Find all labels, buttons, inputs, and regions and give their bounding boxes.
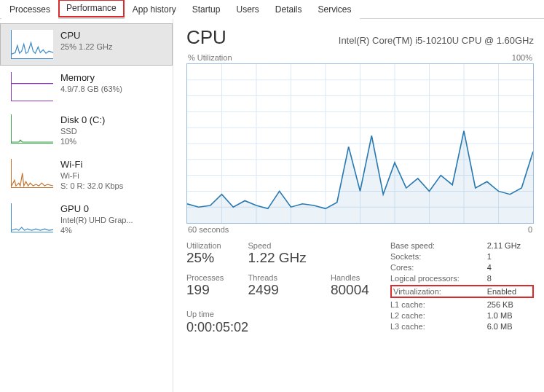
sidebar-item-wifi[interactable]: Wi-Fi Wi-Fi S: 0 R: 32.0 Kbps <box>0 152 173 197</box>
sidebar-item-sub2: S: 0 R: 32.0 Kbps <box>60 181 123 190</box>
threads-label: Threads <box>248 273 313 282</box>
logical-processors-label: Logical processors: <box>390 274 473 283</box>
cpu-model: Intel(R) Core(TM) i5-10210U CPU @ 1.60GH… <box>339 35 534 46</box>
sidebar-item-cpu[interactable]: CPU 25% 1.22 GHz <box>0 23 173 66</box>
sidebar-item-memory[interactable]: Memory 4.9/7.8 GB (63%) <box>0 66 173 108</box>
speed-label: Speed <box>248 241 313 250</box>
graph-x-left: 60 seconds <box>188 225 229 234</box>
graph-x-right: 0 <box>528 225 532 234</box>
tab-services[interactable]: Services <box>310 1 360 19</box>
sidebar-item-label: Disk 0 (C:) <box>60 114 105 125</box>
cores-value: 4 <box>487 263 534 272</box>
cores-label: Cores: <box>390 263 473 272</box>
disk-spark-icon <box>11 114 53 144</box>
processes-value: 199 <box>186 282 231 298</box>
virtualization-row: Virtualization: Enabled <box>390 285 534 298</box>
tab-processes[interactable]: Processes <box>1 1 58 19</box>
logical-processors-value: 8 <box>487 274 534 283</box>
virtualization-label: Virtualization: <box>393 287 473 296</box>
processes-label: Processes <box>186 273 231 282</box>
threads-value: 2499 <box>248 282 313 298</box>
sidebar-item-label: GPU 0 <box>60 203 133 214</box>
cpu-spark-icon <box>11 30 53 59</box>
sidebar-item-sub2: 10% <box>60 137 105 146</box>
memory-spark-icon <box>11 72 53 101</box>
tab-app-history[interactable]: App history <box>125 1 184 19</box>
l3-cache-label: L3 cache: <box>390 322 473 331</box>
graph-y-max: 100% <box>512 53 532 62</box>
l2-cache-value: 1.0 MB <box>487 311 534 320</box>
handles-value: 80004 <box>331 282 376 298</box>
tab-performance[interactable]: Performance <box>58 0 125 17</box>
sidebar-item-disk[interactable]: Disk 0 (C:) SSD 10% <box>0 108 173 152</box>
sidebar-item-sub: SSD <box>60 127 105 136</box>
l3-cache-value: 6.0 MB <box>487 322 534 331</box>
tab-users[interactable]: Users <box>228 1 267 19</box>
sidebar-item-sub: 25% 1.22 GHz <box>60 42 113 51</box>
sidebar: CPU 25% 1.22 GHz Memory 4.9/7.8 GB (63%) <box>0 19 173 392</box>
cpu-utilization-graph <box>186 63 534 224</box>
wifi-spark-icon <box>11 159 53 188</box>
l2-cache-label: L2 cache: <box>390 311 473 320</box>
sidebar-item-label: CPU <box>60 30 113 41</box>
base-speed-label: Base speed: <box>390 241 473 250</box>
utilization-label: Utilization <box>186 241 231 250</box>
sidebar-item-sub: Intel(R) UHD Grap... <box>60 216 133 224</box>
main-panel: CPU Intel(R) Core(TM) i5-10210U CPU @ 1.… <box>173 19 544 392</box>
page-title: CPU <box>186 26 226 49</box>
sidebar-item-sub2: 4% <box>60 226 133 235</box>
tab-bar: Processes Performance App history Startu… <box>0 0 544 19</box>
handles-label: Handles <box>331 273 376 282</box>
sidebar-item-gpu[interactable]: GPU 0 Intel(R) UHD Grap... 4% <box>0 197 173 241</box>
tab-details[interactable]: Details <box>267 1 310 19</box>
uptime-value: 0:00:05:02 <box>186 320 376 335</box>
sidebar-item-label: Memory <box>60 72 122 83</box>
virtualization-value: Enabled <box>487 287 531 296</box>
base-speed-value: 2.11 GHz <box>487 241 534 250</box>
speed-value: 1.22 GHz <box>248 250 313 266</box>
sockets-value: 1 <box>487 252 534 261</box>
sockets-label: Sockets: <box>390 252 473 261</box>
tab-startup[interactable]: Startup <box>184 1 229 19</box>
sidebar-item-sub: Wi-Fi <box>60 171 123 180</box>
uptime-label: Up time <box>186 310 376 318</box>
graph-y-label: % Utilization <box>188 53 232 62</box>
sidebar-item-label: Wi-Fi <box>60 159 123 170</box>
utilization-value: 25% <box>186 250 231 266</box>
l1-cache-value: 256 KB <box>487 300 534 309</box>
sidebar-item-sub: 4.9/7.8 GB (63%) <box>60 85 122 93</box>
gpu-spark-icon <box>11 203 53 232</box>
l1-cache-label: L1 cache: <box>390 300 473 309</box>
